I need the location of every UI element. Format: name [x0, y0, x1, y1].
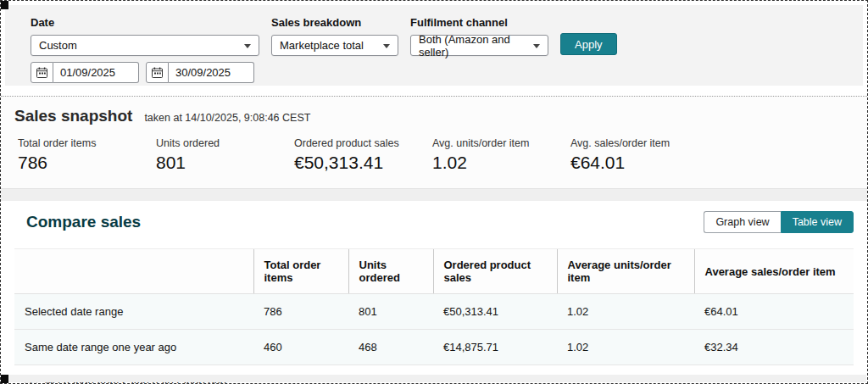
column-header-blank [14, 249, 253, 294]
sales-breakdown-selected-value: Marketplace total [280, 39, 364, 52]
stat-value: €64.01 [570, 153, 709, 173]
cell-average-sales: €64.01 [694, 294, 854, 330]
cell-average-units: 1.02 [557, 330, 694, 365]
column-header-average-units: Average units/order item [557, 249, 694, 294]
apply-button[interactable]: Apply [560, 33, 617, 55]
table-row-same-range-last-year: Same date range one year ago 460 468 €14… [14, 330, 854, 365]
date-filter-group: Date Custom [31, 16, 259, 83]
footer-band [2, 375, 866, 382]
selection-handle-bottom-left[interactable] [1, 375, 8, 383]
stat-value: 786 [18, 153, 156, 173]
graph-view-button[interactable]: Graph view [704, 211, 780, 233]
stat-label: Avg. units/order item [432, 137, 570, 149]
row-label: Selected date range [14, 294, 253, 330]
column-header-units-ordered: Units ordered [348, 249, 433, 294]
date-range-selected-value: Custom [39, 39, 77, 52]
fulfilment-channel-select[interactable]: Both (Amazon and seller) [410, 35, 548, 56]
chevron-down-icon [244, 44, 251, 48]
compare-sales-table: Total order items Units ordered Ordered … [14, 248, 854, 384]
sales-breakdown-filter-group: Sales breakdown Marketplace total [271, 16, 398, 56]
table-row-selected-date-range: Selected date range 786 801 €50,313.41 1… [14, 294, 854, 330]
calendar-icon [36, 67, 47, 78]
filter-bar: Date Custom [5, 5, 863, 86]
table-view-button[interactable]: Table view [781, 211, 854, 233]
sales-breakdown-label: Sales breakdown [271, 16, 398, 29]
stat-value: 801 [156, 153, 294, 173]
stat-label: Ordered product sales [294, 137, 432, 149]
date-filter-label: Date [31, 16, 259, 29]
end-date-field [146, 62, 254, 83]
snapshot-stats-row: Total order items 786 Units ordered 801 … [1, 131, 867, 188]
start-date-field [31, 62, 139, 83]
cell-average-units: 1.02 [557, 294, 694, 330]
chevron-down-icon [383, 44, 390, 48]
snapshot-timestamp: taken at 14/10/2025, 9:08:46 CEST [144, 112, 310, 124]
sales-breakdown-select[interactable]: Marketplace total [271, 35, 398, 56]
stat-value: €50,313.41 [294, 153, 432, 173]
cell-average-sales: €32.34 [694, 330, 854, 365]
view-toggle: Graph view Table view [704, 211, 854, 233]
cell-units-ordered: 801 [348, 294, 433, 330]
start-date-input[interactable] [53, 62, 139, 83]
end-date-calendar-button[interactable] [146, 62, 169, 83]
fulfilment-channel-selected-value: Both (Amazon and seller) [419, 33, 527, 58]
stat-value: 1.02 [432, 153, 570, 173]
row-label: Same date range one year ago [14, 330, 253, 365]
compare-sales-section: Compare sales Graph view Table view Tota… [1, 201, 867, 384]
column-header-ordered-product-sales: Ordered product sales [433, 249, 557, 294]
column-header-total-order-items: Total order items [253, 249, 348, 294]
fulfilment-channel-label: Fulfilment channel [410, 16, 548, 29]
stat-units-ordered: Units ordered 801 [156, 137, 294, 173]
cell-ordered-product-sales: €14,875.71 [433, 330, 557, 365]
table-header-row: Total order items Units ordered Ordered … [14, 249, 854, 294]
compare-sales-header: Compare sales Graph view Table view [14, 211, 854, 233]
stat-avg-units-per-order-item: Avg. units/order item 1.02 [432, 137, 570, 173]
cell-total-order-items: 786 [253, 294, 348, 330]
selection-handle-top-left[interactable] [1, 1, 8, 9]
stat-label: Total order items [18, 137, 156, 149]
compare-sales-title: Compare sales [26, 213, 141, 231]
cell-total-order-items: 460 [253, 330, 348, 365]
stat-ordered-product-sales: Ordered product sales €50,313.41 [294, 137, 432, 173]
stat-total-order-items: Total order items 786 [18, 137, 156, 173]
stat-avg-sales-per-order-item: Avg. sales/order item €64.01 [570, 137, 709, 173]
date-range-select[interactable]: Custom [31, 35, 259, 56]
cell-units-ordered: 468 [348, 330, 433, 365]
fulfilment-channel-filter-group: Fulfilment channel Both (Amazon and sell… [410, 16, 548, 56]
sales-snapshot-section: Sales snapshot taken at 14/10/2025, 9:08… [1, 96, 867, 188]
stat-label: Units ordered [156, 137, 294, 149]
date-inputs-row [31, 62, 259, 83]
column-header-average-sales: Average sales/order item [694, 249, 854, 294]
chevron-down-icon [533, 44, 540, 48]
stat-label: Avg. sales/order item [570, 137, 709, 149]
sales-snapshot-header: Sales snapshot taken at 14/10/2025, 9:08… [1, 97, 867, 131]
sales-snapshot-title: Sales snapshot [14, 107, 132, 125]
section-divider-band [1, 188, 867, 201]
end-date-input[interactable] [169, 62, 254, 83]
cell-ordered-product-sales: €50,313.41 [433, 294, 557, 330]
start-date-calendar-button[interactable] [31, 62, 53, 83]
calendar-icon [152, 67, 163, 78]
sales-dashboard-screenshot: Date Custom [0, 0, 868, 384]
